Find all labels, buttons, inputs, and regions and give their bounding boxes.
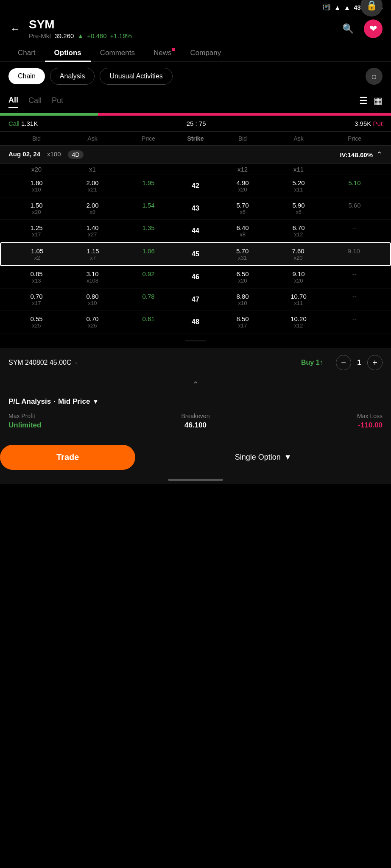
news-notification-dot [172,48,175,51]
tab-options[interactable]: Options [45,44,91,61]
analysis-button[interactable]: Analysis [50,68,95,85]
breakeven-value: 46.100 [134,421,256,430]
contract-multiplier: x100 [47,150,61,159]
scroll-indicator: ――― [0,333,391,348]
filter-all[interactable]: All [8,93,18,108]
price-change: +0.460 [87,32,106,39]
max-profit-label: Max Profit [8,413,130,419]
pre-market-row: Pre-Mkt 39.260 ▲ +0.460 +1.19% [29,32,332,39]
bid-right-2: 6.40 x8 [215,224,271,238]
put-progress [98,113,391,116]
price-right-6: -- [327,315,383,329]
date-right: IV:148.60% ⌃ [340,150,383,159]
bid-left-0: 1.80 x10 [8,179,64,193]
bid-right-3: 5.70 x31 [215,247,270,261]
light-mode-button[interactable]: ☼ [366,68,383,85]
bid-left-4: 0.85 x13 [8,270,64,284]
filter-put[interactable]: Put [52,94,63,108]
options-row-4[interactable]: 0.85 x13 3.10 x108 0.92 46 6.50 x20 9.10… [0,266,391,288]
order-symbol[interactable]: SYM 240802 45.00C › [8,359,296,366]
ask-right-0: 5.20 x11 [271,179,327,193]
price-left-2: 1.35 [120,224,176,238]
pl-dropdown-button[interactable]: ▼ [93,398,99,405]
ask-left-3: 1.15 x7 [65,247,120,261]
price-change-pct: +1.19% [110,32,132,39]
put-label: Put [373,120,383,127]
back-button[interactable]: ← [8,21,22,36]
action-row: Trade Single Option ▼ [0,445,391,470]
options-row-0[interactable]: 1.80 x10 2.00 x21 1.95 42 4.90 x20 5.20 … [0,175,391,197]
price-left-5: 0.78 [120,293,176,306]
ask-right-3: 7.60 x20 [270,247,326,261]
single-option-button[interactable]: Single Option ▼ [135,445,391,470]
ask-left-2: 1.40 x27 [64,224,120,238]
cell-price-right-partial [327,166,383,173]
buy-button[interactable]: Buy 1↑ [301,355,331,370]
quantity-decrease-button[interactable]: − [336,355,351,370]
trade-button[interactable]: Trade [0,445,135,470]
bid-left-1: 1.50 x20 [8,202,64,215]
cell-bid-right-partial: x12 [215,166,271,173]
tab-chart[interactable]: Chart [8,44,45,61]
options-row-6[interactable]: 0.55 x25 0.70 x26 0.61 48 8.50 x17 10.20… [0,311,391,333]
tab-news[interactable]: News [144,44,181,61]
strike-2: 44 [176,224,215,238]
options-row-5[interactable]: 0.70 x17 0.80 x10 0.78 47 8.80 x10 10.70… [0,288,391,311]
signal-icon: ▲ [344,4,350,11]
options-row-3[interactable]: 1.05 x2 1.15 x7 1.06 45 5.70 x31 7.60 x2… [0,242,391,266]
nav-tabs: Chart Options Comments News Company [0,44,391,62]
expiry-date-row[interactable]: Aug 02, 24 x100 4D IV:148.60% ⌃ [0,146,391,164]
ask-right-5: 10.70 x11 [271,293,327,306]
search-button[interactable]: 🔍 [338,19,357,38]
tab-comments[interactable]: Comments [91,44,144,61]
cell-price-left-partial [120,166,176,173]
table-header: Bid Ask Price Strike Bid Ask Price [0,131,391,146]
breakeven-label: Breakeven [134,413,256,419]
ask-left-5: 0.80 x10 [64,293,120,306]
bid-right-4: 6.50 x20 [215,270,271,284]
chain-button[interactable]: Chain [8,68,45,84]
collapse-button[interactable]: ⌃ [376,150,383,159]
pre-market-price: 39.260 [55,32,74,39]
ask-left-0: 2.00 x21 [64,179,120,193]
max-loss-metric: Max Loss -110.00 [261,413,383,430]
price-left-4: 0.92 [120,270,176,284]
ask-right-2: 6.70 x12 [271,224,327,238]
bid-left-3: 1.05 x2 [9,247,65,261]
wifi-icon: ▲ [334,4,341,11]
cell-strike-partial [176,166,215,173]
unusual-activities-button[interactable]: Unusual Activities [100,68,172,85]
put-volume: 3.95K [355,120,371,127]
watchlist-button[interactable]: ❤ [364,19,383,38]
view-toggle-icon[interactable]: ☰ [359,95,368,106]
vibrate-icon: 📳 [323,3,331,11]
options-row-1[interactable]: 1.50 x20 2.00 x8 1.54 43 5.70 x6 5.90 x6… [0,197,391,220]
th-price-right: Price [327,135,383,142]
strike-4: 46 [176,270,215,284]
call-volume: 1.31K [21,120,38,127]
price-left-0: 1.95 [120,179,176,193]
date-left: Aug 02, 24 x100 4D [8,150,84,159]
strike-3: 45 [176,247,215,261]
stock-info: SYM Pre-Mkt 39.260 ▲ +0.460 +1.19% [29,18,332,39]
ask-left-6: 0.70 x26 [64,315,120,329]
price-right-3: 9.10 [326,247,382,261]
days-to-expiry: 4D [68,150,84,159]
copy-icon[interactable]: ▦ [374,95,383,106]
options-row-2[interactable]: 1.25 x17 1.40 x27 1.35 44 6.40 x8 6.70 x… [0,220,391,242]
quantity-increase-button[interactable]: + [367,355,383,370]
tab-company[interactable]: Company [181,44,231,61]
th-ask-left: Ask [64,135,120,142]
filter-call[interactable]: Call [28,94,42,108]
pre-market-label: Pre-Mkt [29,32,51,39]
expand-button[interactable]: ⌃ [0,377,391,392]
price-right-2: -- [327,224,383,238]
quantity-value: 1 [357,358,361,367]
breakeven-metric: Breakeven 46.100 [134,413,256,430]
single-option-dropdown-icon: ▼ [284,453,292,462]
price-right-4: -- [327,270,383,284]
call-put-ratio: 25 : 75 [187,120,206,127]
header-actions: 🔍 ❤ [338,19,383,38]
home-indicator [0,470,391,484]
price-left-1: 1.54 [120,202,176,215]
